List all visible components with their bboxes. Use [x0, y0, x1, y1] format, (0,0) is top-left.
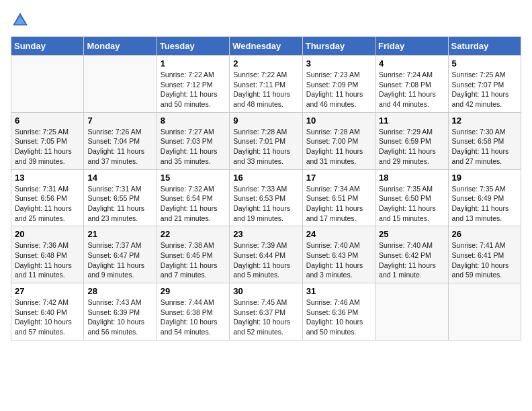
day-of-week-header: Wednesday: [230, 37, 302, 56]
day-info: Sunrise: 7:44 AM Sunset: 6:38 PM Dayligh…: [161, 298, 226, 337]
day-info: Sunrise: 7:29 AM Sunset: 6:59 PM Dayligh…: [379, 127, 444, 167]
day-number: 15: [161, 173, 226, 183]
day-number: 1: [161, 58, 226, 68]
day-number: 19: [452, 173, 517, 183]
day-number: 12: [452, 116, 517, 126]
day-number: 26: [452, 229, 517, 239]
day-info: Sunrise: 7:46 AM Sunset: 6:36 PM Dayligh…: [306, 298, 371, 337]
day-info: Sunrise: 7:40 AM Sunset: 6:42 PM Dayligh…: [379, 240, 444, 280]
calendar-cell: 11Sunrise: 7:29 AM Sunset: 6:59 PM Dayli…: [375, 112, 448, 169]
day-number: 14: [87, 173, 152, 183]
day-number: 8: [161, 116, 226, 126]
day-info: Sunrise: 7:33 AM Sunset: 6:53 PM Dayligh…: [233, 184, 298, 224]
day-info: Sunrise: 7:45 AM Sunset: 6:37 PM Dayligh…: [233, 298, 298, 337]
day-number: 21: [87, 229, 152, 239]
day-info: Sunrise: 7:32 AM Sunset: 6:54 PM Dayligh…: [161, 184, 226, 224]
calendar-cell: 8Sunrise: 7:27 AM Sunset: 7:03 PM Daylig…: [157, 112, 229, 169]
day-of-week-header: Sunday: [11, 37, 84, 56]
day-info: Sunrise: 7:22 AM Sunset: 7:12 PM Dayligh…: [161, 70, 226, 109]
calendar-cell: 1Sunrise: 7:22 AM Sunset: 7:12 PM Daylig…: [157, 56, 229, 113]
calendar-cell: 19Sunrise: 7:35 AM Sunset: 6:49 PM Dayli…: [448, 169, 521, 226]
calendar-cell: 12Sunrise: 7:30 AM Sunset: 6:58 PM Dayli…: [448, 112, 521, 169]
day-number: 7: [87, 116, 152, 126]
calendar-cell: 2Sunrise: 7:22 AM Sunset: 7:11 PM Daylig…: [230, 56, 302, 113]
day-info: Sunrise: 7:28 AM Sunset: 7:01 PM Dayligh…: [233, 127, 298, 167]
day-info: Sunrise: 7:25 AM Sunset: 7:05 PM Dayligh…: [15, 127, 80, 167]
calendar-cell: 23Sunrise: 7:39 AM Sunset: 6:44 PM Dayli…: [230, 226, 302, 283]
logo: [11, 11, 32, 30]
day-info: Sunrise: 7:25 AM Sunset: 7:07 PM Dayligh…: [452, 70, 517, 109]
day-of-week-header: Friday: [375, 37, 448, 56]
day-number: 29: [161, 286, 226, 296]
day-info: Sunrise: 7:35 AM Sunset: 6:50 PM Dayligh…: [379, 184, 444, 224]
calendar-cell: 16Sunrise: 7:33 AM Sunset: 6:53 PM Dayli…: [230, 169, 302, 226]
day-info: Sunrise: 7:24 AM Sunset: 7:08 PM Dayligh…: [379, 70, 444, 109]
day-info: Sunrise: 7:43 AM Sunset: 6:39 PM Dayligh…: [87, 298, 152, 337]
day-number: 18: [379, 173, 444, 183]
day-info: Sunrise: 7:26 AM Sunset: 7:04 PM Dayligh…: [87, 127, 152, 167]
day-info: Sunrise: 7:31 AM Sunset: 6:55 PM Dayligh…: [87, 184, 152, 224]
calendar-cell: 4Sunrise: 7:24 AM Sunset: 7:08 PM Daylig…: [375, 56, 448, 113]
day-info: Sunrise: 7:22 AM Sunset: 7:11 PM Dayligh…: [233, 70, 298, 109]
day-number: 4: [379, 58, 444, 68]
day-info: Sunrise: 7:36 AM Sunset: 6:48 PM Dayligh…: [15, 240, 80, 280]
day-number: 9: [233, 116, 298, 126]
day-number: 22: [161, 229, 226, 239]
calendar-week-row: 6Sunrise: 7:25 AM Sunset: 7:05 PM Daylig…: [11, 112, 521, 169]
day-info: Sunrise: 7:40 AM Sunset: 6:43 PM Dayligh…: [306, 240, 371, 280]
calendar-cell: 5Sunrise: 7:25 AM Sunset: 7:07 PM Daylig…: [448, 56, 521, 113]
day-info: Sunrise: 7:41 AM Sunset: 6:41 PM Dayligh…: [452, 240, 517, 280]
day-number: 23: [233, 229, 298, 239]
calendar-table: SundayMondayTuesdayWednesdayThursdayFrid…: [11, 36, 521, 340]
day-number: 31: [306, 286, 371, 296]
day-number: 5: [452, 58, 517, 68]
day-number: 20: [15, 229, 80, 239]
calendar-week-row: 13Sunrise: 7:31 AM Sunset: 6:56 PM Dayli…: [11, 169, 521, 226]
day-info: Sunrise: 7:31 AM Sunset: 6:56 PM Dayligh…: [15, 184, 80, 224]
day-number: 30: [233, 286, 298, 296]
calendar-cell: 25Sunrise: 7:40 AM Sunset: 6:42 PM Dayli…: [375, 226, 448, 283]
day-of-week-header: Tuesday: [157, 37, 229, 56]
day-of-week-header: Thursday: [302, 37, 375, 56]
day-number: 17: [306, 173, 371, 183]
calendar-cell: 26Sunrise: 7:41 AM Sunset: 6:41 PM Dayli…: [448, 226, 521, 283]
calendar-cell: 6Sunrise: 7:25 AM Sunset: 7:05 PM Daylig…: [11, 112, 84, 169]
day-info: Sunrise: 7:38 AM Sunset: 6:45 PM Dayligh…: [161, 240, 226, 280]
calendar-cell: 14Sunrise: 7:31 AM Sunset: 6:55 PM Dayli…: [84, 169, 157, 226]
day-info: Sunrise: 7:28 AM Sunset: 7:00 PM Dayligh…: [306, 127, 371, 167]
day-number: 24: [306, 229, 371, 239]
day-number: 2: [233, 58, 298, 68]
day-info: Sunrise: 7:30 AM Sunset: 6:58 PM Dayligh…: [452, 127, 517, 167]
calendar-week-row: 27Sunrise: 7:42 AM Sunset: 6:40 PM Dayli…: [11, 283, 521, 340]
calendar-cell: [11, 56, 84, 113]
logo-icon: [11, 11, 30, 30]
calendar-cell: 31Sunrise: 7:46 AM Sunset: 6:36 PM Dayli…: [302, 283, 375, 340]
calendar-cell: 18Sunrise: 7:35 AM Sunset: 6:50 PM Dayli…: [375, 169, 448, 226]
calendar-week-row: 1Sunrise: 7:22 AM Sunset: 7:12 PM Daylig…: [11, 56, 521, 113]
day-of-week-header: Monday: [84, 37, 157, 56]
page-header: [11, 11, 521, 30]
calendar-cell: 30Sunrise: 7:45 AM Sunset: 6:37 PM Dayli…: [230, 283, 302, 340]
day-info: Sunrise: 7:35 AM Sunset: 6:49 PM Dayligh…: [452, 184, 517, 224]
day-number: 27: [15, 286, 80, 296]
calendar-cell: 9Sunrise: 7:28 AM Sunset: 7:01 PM Daylig…: [230, 112, 302, 169]
day-info: Sunrise: 7:23 AM Sunset: 7:09 PM Dayligh…: [306, 70, 371, 109]
calendar-cell: 20Sunrise: 7:36 AM Sunset: 6:48 PM Dayli…: [11, 226, 84, 283]
calendar-week-row: 20Sunrise: 7:36 AM Sunset: 6:48 PM Dayli…: [11, 226, 521, 283]
calendar-cell: 13Sunrise: 7:31 AM Sunset: 6:56 PM Dayli…: [11, 169, 84, 226]
day-number: 16: [233, 173, 298, 183]
day-info: Sunrise: 7:37 AM Sunset: 6:47 PM Dayligh…: [87, 240, 152, 280]
calendar-cell: 27Sunrise: 7:42 AM Sunset: 6:40 PM Dayli…: [11, 283, 84, 340]
calendar-cell: 3Sunrise: 7:23 AM Sunset: 7:09 PM Daylig…: [302, 56, 375, 113]
calendar-cell: 21Sunrise: 7:37 AM Sunset: 6:47 PM Dayli…: [84, 226, 157, 283]
calendar-cell: 29Sunrise: 7:44 AM Sunset: 6:38 PM Dayli…: [157, 283, 229, 340]
calendar-cell: [375, 283, 448, 340]
day-info: Sunrise: 7:42 AM Sunset: 6:40 PM Dayligh…: [15, 298, 80, 337]
day-number: 25: [379, 229, 444, 239]
day-number: 28: [87, 286, 152, 296]
calendar-cell: 28Sunrise: 7:43 AM Sunset: 6:39 PM Dayli…: [84, 283, 157, 340]
day-number: 3: [306, 58, 371, 68]
day-number: 11: [379, 116, 444, 126]
day-info: Sunrise: 7:39 AM Sunset: 6:44 PM Dayligh…: [233, 240, 298, 280]
calendar-header-row: SundayMondayTuesdayWednesdayThursdayFrid…: [11, 37, 521, 56]
